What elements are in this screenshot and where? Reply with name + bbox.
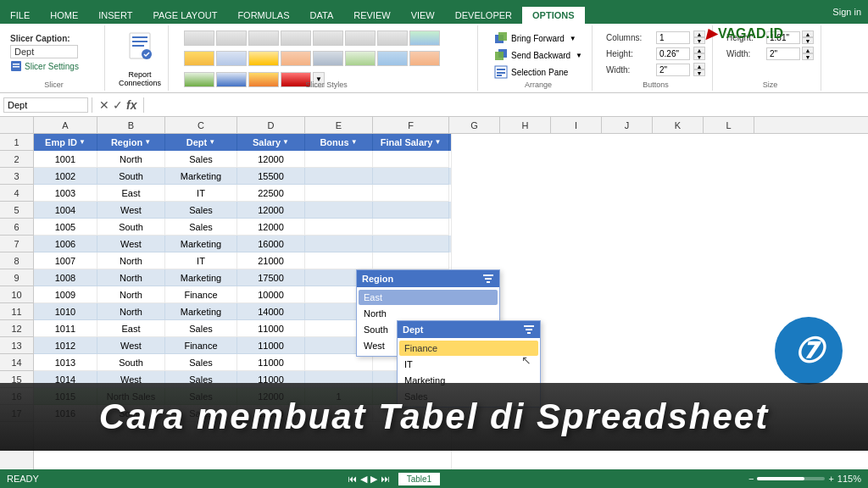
col-header-e[interactable]: E [305,117,373,133]
cell-f5[interactable] [373,202,449,219]
style-item-4[interactable] [281,30,311,46]
cell-b11[interactable]: North [97,303,165,320]
cell-d13[interactable]: 11000 [237,337,305,354]
cell-d5[interactable]: 12000 [237,202,305,219]
cell-c12[interactable]: Sales [165,320,237,337]
cell-d8[interactable]: 21000 [237,252,305,269]
style-item-13[interactable] [313,51,343,66]
size-height-up[interactable]: ▲ [802,30,814,37]
col-header-i[interactable]: I [551,117,602,133]
row-num-12[interactable]: 12 [0,320,33,337]
sheet-nav-first[interactable]: ⏮ [348,474,357,484]
cell-a11[interactable]: 1010 [34,303,97,320]
cell-e14[interactable] [305,354,373,371]
tab-home[interactable]: HOME [40,7,88,24]
style-item-7[interactable] [377,30,408,46]
confirm-icon[interactable]: ✓ [113,98,123,112]
col-header-c[interactable]: C [165,117,237,133]
cell-a8[interactable]: 1007 [34,252,97,269]
region-item-east[interactable]: East [359,290,498,305]
cell-e5[interactable] [305,202,373,219]
cell-c8[interactable]: IT [165,252,237,269]
height-input[interactable] [656,47,690,60]
cell-a2[interactable]: 1001 [34,151,97,168]
cell-e7[interactable] [305,236,373,252]
cell-f3[interactable] [373,168,449,185]
style-item-1[interactable] [184,30,214,46]
row-num-4[interactable]: 4 [0,185,33,202]
cell-e4[interactable] [305,185,373,202]
cell-b3[interactable]: South [97,168,165,185]
cell-b8[interactable]: North [97,252,165,269]
row-num-11[interactable]: 11 [0,303,33,320]
cell-d2[interactable]: 12000 [237,151,305,168]
cell-a9[interactable]: 1008 [34,269,97,286]
row-num-3[interactable]: 3 [0,168,33,185]
cell-a3[interactable]: 1002 [34,168,97,185]
style-item-6[interactable] [345,30,376,46]
cell-a12[interactable]: 1011 [34,320,97,337]
row-num-6[interactable]: 6 [0,219,33,236]
cell-d6[interactable]: 12000 [237,219,305,236]
tab-review[interactable]: REVIEW [343,7,400,24]
cell-f7[interactable] [373,236,449,252]
tab-insert[interactable]: INSERT [88,7,142,24]
cell-c9[interactable]: Marketing [165,269,237,286]
col-header-g[interactable]: G [449,117,500,133]
row-num-8[interactable]: 8 [0,252,33,269]
zoom-out-button[interactable]: − [748,474,754,484]
formula-input[interactable] [147,100,865,110]
cell-e8[interactable] [305,252,373,269]
send-backward-button[interactable]: Send Backward ▼ [492,47,585,63]
cell-c6[interactable]: Sales [165,219,237,236]
row-num-9[interactable]: 9 [0,269,33,286]
cell-d4[interactable]: 22500 [237,185,305,202]
size-width-down[interactable]: ▼ [802,53,814,60]
height-spin-down[interactable]: ▼ [693,53,705,60]
style-item-3[interactable] [248,30,279,46]
cell-a13[interactable]: 1012 [34,337,97,354]
style-item-12[interactable] [281,51,311,66]
cell-b2[interactable]: North [97,151,165,168]
row-num-14[interactable]: 14 [0,354,33,371]
col-header-h[interactable]: H [500,117,551,133]
cell-a7[interactable]: 1006 [34,236,97,252]
cell-f4[interactable] [373,185,449,202]
cell-a4[interactable]: 1003 [34,185,97,202]
cell-e3[interactable] [305,168,373,185]
style-item-8[interactable] [409,30,440,46]
cell-c14[interactable]: Sales [165,354,237,371]
cell-b13[interactable]: West [97,337,165,354]
tab-data[interactable]: DATA [300,7,344,24]
row-num-5[interactable]: 5 [0,202,33,219]
function-icon[interactable]: fx [126,98,136,112]
style-item-15[interactable] [377,51,408,66]
cell-b5[interactable]: West [97,202,165,219]
cancel-icon[interactable]: ✕ [99,98,109,112]
cell-b10[interactable]: North [97,286,165,303]
row-num-1[interactable]: 1 [0,134,33,151]
cell-c4[interactable]: IT [165,185,237,202]
sheet-nav-prev[interactable]: ◀ [360,474,367,485]
size-width-input[interactable] [766,47,800,60]
row-num-7[interactable]: 7 [0,236,33,252]
zoom-bar[interactable] [757,477,825,480]
col-header-k[interactable]: K [653,117,704,133]
cell-c5[interactable]: Sales [165,202,237,219]
columns-spin-up[interactable]: ▲ [693,30,705,37]
size-width-up[interactable]: ▲ [802,47,814,53]
sign-in[interactable]: Sign in [832,7,861,17]
cell-a10[interactable]: 1009 [34,286,97,303]
col-header-a[interactable]: A [34,117,97,133]
cell-b12[interactable]: East [97,320,165,337]
row-num-10[interactable]: 10 [0,286,33,303]
width-input[interactable] [656,64,690,76]
columns-input[interactable] [656,31,690,44]
cell-c3[interactable]: Marketing [165,168,237,185]
cell-a6[interactable]: 1005 [34,219,97,236]
dept-item-it[interactable]: IT [399,357,538,372]
tab-page-layout[interactable]: PAGE LAYOUT [142,7,227,24]
cell-d11[interactable]: 14000 [237,303,305,320]
tab-developer[interactable]: DEVELOPER [445,7,522,24]
width-spin-up[interactable]: ▲ [693,63,705,69]
